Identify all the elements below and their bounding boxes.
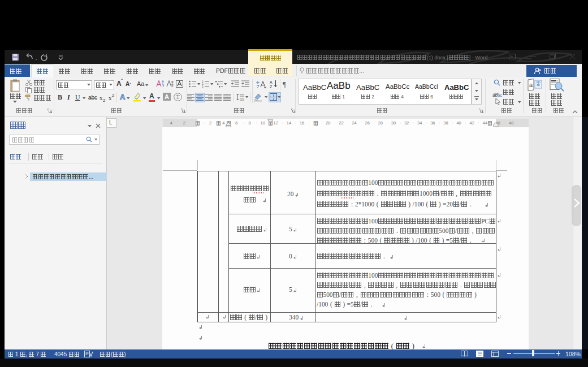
svg-text:a: a xyxy=(529,81,533,88)
svg-text:3.: 3. xyxy=(202,85,204,88)
svg-text:Z: Z xyxy=(270,85,273,89)
svg-text:A: A xyxy=(270,80,273,84)
